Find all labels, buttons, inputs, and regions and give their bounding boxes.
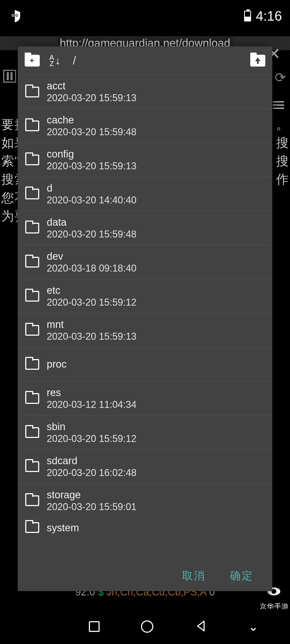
item-name: d [47, 182, 136, 194]
folder-icon [25, 291, 39, 302]
list-item[interactable]: etc 2020-03-20 15:59:12 [18, 279, 272, 313]
list-item[interactable]: data 2020-03-20 15:59:48 [18, 211, 272, 245]
current-path: / [73, 54, 76, 67]
item-date: 2020-03-20 15:59:13 [47, 331, 136, 342]
folder-icon [25, 427, 39, 438]
item-name: storage [47, 489, 136, 501]
list-item[interactable]: proc [18, 347, 272, 382]
folder-icon [25, 495, 39, 506]
pause-icon[interactable] [3, 70, 16, 83]
nav-recent-button[interactable] [89, 621, 100, 632]
list-item[interactable]: acct 2020-03-20 15:59:13 [18, 75, 272, 109]
item-date: 2020-03-20 15:59:13 [47, 160, 136, 172]
folder-icon [25, 155, 39, 165]
new-folder-button[interactable] [25, 55, 40, 67]
clock: 4:16 [256, 8, 282, 24]
item-name: proc [47, 358, 67, 370]
item-date: 2020-03-18 09:18:40 [47, 263, 136, 274]
ok-button[interactable]: 确定 [230, 568, 253, 583]
svg-text:G: G [12, 13, 15, 17]
item-name: dev [47, 251, 136, 262]
folder-icon [25, 325, 39, 336]
item-name: config [47, 148, 136, 160]
folder-icon [25, 87, 39, 97]
item-name: res [47, 387, 136, 398]
item-name: etc [47, 285, 136, 296]
nav-ime-switch-button[interactable]: ⌄ [248, 619, 259, 634]
svg-text:G: G [15, 13, 18, 17]
item-date: 2020-03-20 15:59:01 [47, 501, 136, 513]
folder-icon [25, 522, 39, 533]
item-name: mnt [47, 319, 136, 330]
list-item[interactable]: config 2020-03-20 15:59:13 [18, 143, 272, 177]
folder-icon [25, 461, 39, 472]
item-name: system [47, 522, 79, 534]
item-date: 2020-03-20 15:59:48 [47, 126, 136, 138]
sort-button[interactable]: AZ ↓ [49, 54, 60, 67]
item-date: 2020-03-12 11:04:34 [47, 399, 136, 410]
gameguardian-icon: G G [8, 9, 21, 23]
item-name: sbin [47, 421, 136, 433]
folder-icon [25, 120, 39, 131]
menu-icon[interactable] [273, 99, 284, 111]
item-date: 2020-03-20 15:59:12 [47, 433, 136, 444]
dialog-footer: 取消 确定 [18, 560, 272, 591]
battery-icon [244, 11, 251, 21]
item-name: data [47, 217, 136, 228]
item-name: cache [47, 114, 136, 126]
folder-icon [25, 189, 39, 199]
folder-icon [25, 359, 39, 370]
bg-help-text-right: 。 搜 搜 作 [276, 115, 289, 189]
nav-back-button[interactable] [195, 620, 207, 633]
folder-icon [25, 223, 39, 233]
list-item[interactable]: cache 2020-03-20 15:59:48 [18, 109, 272, 143]
item-name: acct [47, 80, 136, 92]
list-item[interactable]: system [18, 518, 272, 537]
refresh-icon[interactable]: ⟳ [275, 70, 286, 85]
list-item[interactable]: res 2020-03-12 11:04:34 [18, 382, 272, 416]
folder-list[interactable]: acct 2020-03-20 15:59:13 cache 2020-03-2… [18, 75, 272, 560]
item-date: 2020-03-20 15:59:48 [47, 229, 136, 240]
file-browser-dialog: AZ ↓ / acct 2020-03-20 15:59:13 cache 20… [18, 46, 272, 591]
item-date: 2020-03-20 15:59:12 [47, 297, 136, 308]
cancel-button[interactable]: 取消 [182, 568, 206, 583]
list-item[interactable]: mnt 2020-03-20 15:59:13 [18, 313, 272, 347]
item-name: sdcard [47, 455, 136, 467]
item-date: 2020-03-20 15:59:13 [47, 92, 136, 104]
item-date: 2020-03-20 16:02:48 [47, 467, 136, 478]
list-item[interactable]: sbin 2020-03-20 15:59:12 [18, 416, 272, 450]
navigation-bar: ⌄ [0, 609, 290, 644]
nav-home-button[interactable] [141, 620, 153, 633]
item-date: 2020-03-20 14:40:40 [47, 195, 136, 206]
list-item[interactable]: d 2020-03-20 14:40:40 [18, 177, 272, 211]
folder-icon [25, 393, 39, 404]
status-bar: G G 4:16 [0, 0, 290, 32]
list-item[interactable]: storage 2020-03-20 15:59:01 [18, 484, 272, 518]
folder-icon [25, 257, 39, 268]
parent-folder-button[interactable] [250, 55, 265, 67]
dialog-header: AZ ↓ / [18, 46, 272, 75]
list-item[interactable]: dev 2020-03-18 09:18:40 [18, 245, 272, 279]
list-item[interactable]: sdcard 2020-03-20 16:02:48 [18, 450, 272, 484]
